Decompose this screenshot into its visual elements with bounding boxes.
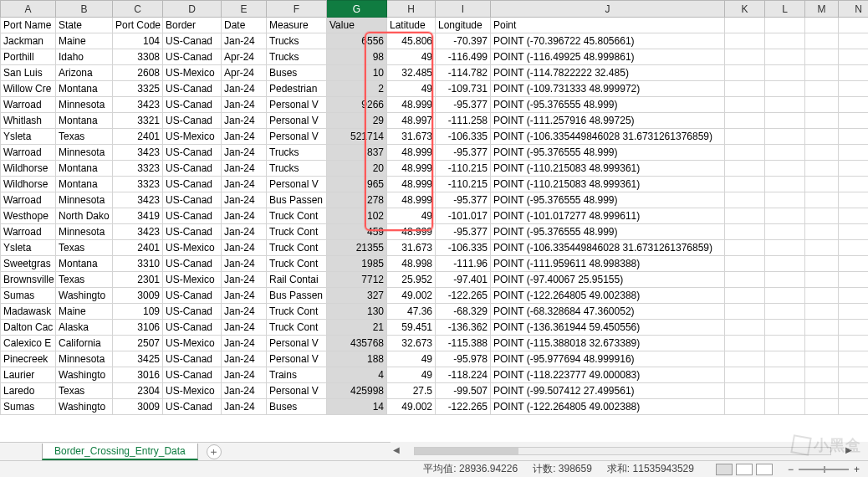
cell[interactable] — [805, 145, 839, 161]
cell[interactable] — [805, 65, 839, 81]
cell[interactable] — [839, 383, 869, 399]
cell[interactable] — [805, 161, 839, 177]
cell[interactable]: Warroad — [1, 145, 56, 161]
cell[interactable]: 278 — [327, 192, 387, 208]
cell[interactable]: 2401 — [113, 240, 163, 256]
cell[interactable]: Minnesota — [56, 224, 113, 240]
cell[interactable]: Jan-24 — [222, 81, 267, 97]
cell[interactable]: -99.507 — [436, 383, 491, 399]
cell[interactable]: 3425 — [113, 351, 163, 367]
cell[interactable]: 3323 — [113, 177, 163, 192]
cell[interactable]: 10 — [327, 65, 387, 81]
column-header-L[interactable]: L — [765, 1, 805, 18]
column-header-F[interactable]: F — [267, 1, 327, 18]
cell[interactable]: 27.5 — [387, 383, 436, 399]
cell[interactable]: 49.002 — [387, 288, 436, 304]
cell[interactable] — [725, 320, 765, 336]
cell[interactable]: 25.952 — [387, 272, 436, 288]
header-cell[interactable]: Port Name — [1, 18, 56, 33]
cell[interactable]: 31.673 — [387, 240, 436, 256]
cell[interactable]: Warroad — [1, 192, 56, 208]
cell[interactable]: Montana — [56, 81, 113, 97]
cell[interactable]: California — [56, 336, 113, 351]
cell[interactable] — [839, 192, 869, 208]
cell[interactable]: 48.999 — [387, 161, 436, 177]
cell[interactable] — [725, 33, 765, 49]
cell[interactable]: Warroad — [1, 97, 56, 113]
cell[interactable]: Pinecreek — [1, 351, 56, 367]
cell[interactable]: 965 — [327, 177, 387, 192]
scroll-left-arrow[interactable]: ◀ — [391, 445, 402, 457]
cell[interactable] — [725, 288, 765, 304]
cell[interactable]: US-Canad — [163, 224, 222, 240]
cell[interactable]: 1985 — [327, 256, 387, 272]
cell[interactable] — [725, 304, 765, 320]
cell[interactable]: Truck Cont — [267, 256, 327, 272]
cell[interactable] — [725, 272, 765, 288]
cell[interactable]: 104 — [113, 33, 163, 49]
header-cell[interactable]: Port Code — [113, 18, 163, 33]
cell[interactable] — [765, 383, 805, 399]
cell[interactable]: Jan-24 — [222, 256, 267, 272]
cell[interactable] — [805, 97, 839, 113]
cell[interactable]: Wildhorse — [1, 177, 56, 192]
cell[interactable]: -95.377 — [436, 97, 491, 113]
cell[interactable]: 48.999 — [387, 177, 436, 192]
cell[interactable] — [805, 81, 839, 97]
cell[interactable]: US-Canad — [163, 161, 222, 177]
cell[interactable]: Montana — [56, 113, 113, 129]
cell[interactable]: Westhope — [1, 208, 56, 224]
cell[interactable]: -95.377 — [436, 145, 491, 161]
cell[interactable]: Pedestrian — [267, 81, 327, 97]
cell[interactable]: North Dako — [56, 208, 113, 224]
cell[interactable]: Maine — [56, 304, 113, 320]
cell[interactable]: -106.335 — [436, 240, 491, 256]
cell[interactable] — [805, 192, 839, 208]
cell[interactable] — [839, 208, 869, 224]
cell[interactable]: 521714 — [327, 129, 387, 145]
cell[interactable]: 49 — [387, 367, 436, 383]
cell[interactable] — [765, 97, 805, 113]
cell[interactable]: -97.401 — [436, 272, 491, 288]
cell[interactable] — [765, 336, 805, 351]
cell[interactable]: Minnesota — [56, 351, 113, 367]
cell[interactable]: 3308 — [113, 49, 163, 65]
cell[interactable] — [765, 177, 805, 192]
cell[interactable]: Trucks — [267, 145, 327, 161]
cell[interactable]: 48.999 — [387, 145, 436, 161]
cell[interactable]: 9266 — [327, 97, 387, 113]
cell[interactable]: 2401 — [113, 129, 163, 145]
cell[interactable]: US-Canad — [163, 145, 222, 161]
cell[interactable]: Dalton Cac — [1, 320, 56, 336]
cell[interactable]: 48.999 — [387, 97, 436, 113]
column-header-N[interactable]: N — [839, 1, 869, 18]
column-header-C[interactable]: C — [113, 1, 163, 18]
cell[interactable]: 49.002 — [387, 399, 436, 415]
cell[interactable]: 14 — [327, 399, 387, 415]
cell[interactable] — [839, 145, 869, 161]
cell[interactable]: US-Canad — [163, 320, 222, 336]
cell[interactable] — [765, 224, 805, 240]
cell[interactable] — [725, 192, 765, 208]
cell[interactable]: POINT (-111.257916 48.99725) — [491, 113, 725, 129]
cell[interactable]: Jan-24 — [222, 351, 267, 367]
cell[interactable]: POINT (-95.376555 48.999) — [491, 224, 725, 240]
cell[interactable]: Truck Cont — [267, 224, 327, 240]
cell[interactable]: Brownsville — [1, 272, 56, 288]
cell[interactable]: 327 — [327, 288, 387, 304]
cell[interactable] — [765, 351, 805, 367]
cell[interactable]: 3106 — [113, 320, 163, 336]
cell[interactable]: -110.215 — [436, 161, 491, 177]
cell[interactable]: POINT (-110.215083 48.999361) — [491, 177, 725, 192]
cell[interactable] — [725, 81, 765, 97]
cell[interactable] — [765, 367, 805, 383]
cell[interactable] — [805, 288, 839, 304]
cell[interactable]: Arizona — [56, 65, 113, 81]
cell[interactable] — [839, 367, 869, 383]
cell[interactable] — [725, 240, 765, 256]
cell[interactable] — [839, 351, 869, 367]
cell[interactable] — [725, 399, 765, 415]
header-cell[interactable]: Date — [222, 18, 267, 33]
cell[interactable] — [805, 33, 839, 49]
cell[interactable]: Truck Cont — [267, 304, 327, 320]
